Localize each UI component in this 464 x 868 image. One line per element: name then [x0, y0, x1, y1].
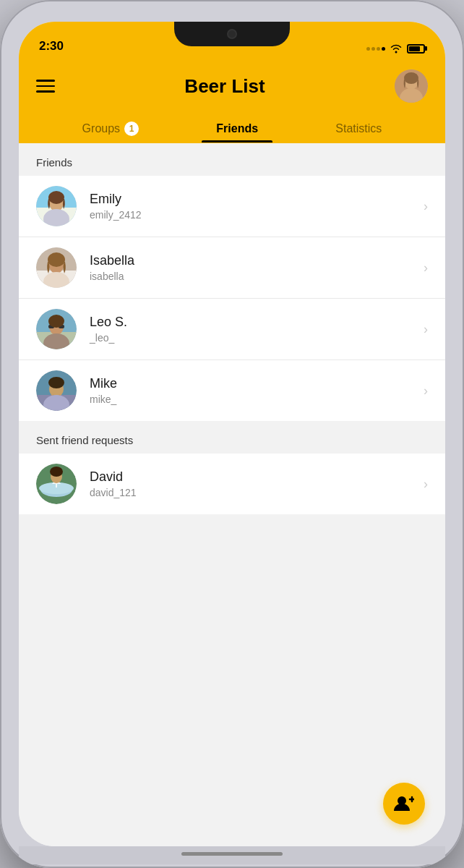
status-icons: [366, 43, 425, 54]
chevron-right-icon: ›: [424, 322, 428, 337]
hamburger-line-2: [36, 85, 55, 88]
friend-username: mike_: [90, 393, 424, 405]
isabella-avatar-img: [36, 247, 77, 288]
friend-username: isabella: [90, 271, 424, 282]
david-avatar-img: [36, 464, 77, 504]
svg-rect-36: [56, 484, 57, 488]
list-item[interactable]: Leo S. _leo_ ›: [19, 299, 445, 360]
tab-bar: Groups 1 Friends Statistics: [36, 114, 428, 143]
notch: [174, 22, 290, 46]
sent-requests-list: David david_121 ›: [19, 454, 445, 514]
phone-screen: 2:30: [19, 22, 445, 846]
friend-name: Leo S.: [90, 315, 424, 330]
status-time: 2:30: [39, 39, 64, 54]
svg-point-9: [48, 191, 64, 204]
app-header: Beer List: [19, 59, 445, 143]
friend-info: Mike mike_: [90, 376, 424, 405]
bottom-spacer: [19, 514, 445, 579]
app-title: Beer List: [184, 75, 265, 98]
user-avatar[interactable]: [395, 69, 428, 103]
tab-statistics-label: Statistics: [335, 122, 382, 135]
emily-avatar-img: [36, 186, 77, 226]
profile-avatar-img: [395, 69, 428, 103]
sent-requests-section-header: Sent friend requests: [19, 421, 445, 454]
avatar: [36, 309, 77, 349]
friend-username: emily_2412: [90, 209, 424, 221]
list-item[interactable]: Emily emily_2412 ›: [19, 176, 445, 237]
tab-friends-label: Friends: [216, 122, 258, 135]
tab-friends[interactable]: Friends: [202, 115, 272, 142]
friend-name: Isabella: [90, 253, 424, 268]
tab-groups[interactable]: Groups 1: [68, 114, 153, 143]
hamburger-menu-button[interactable]: [36, 80, 55, 93]
friends-section-header: Friends: [19, 143, 445, 176]
svg-point-4: [404, 72, 418, 84]
friends-list: Emily emily_2412 ›: [19, 176, 445, 421]
wifi-icon: [390, 43, 403, 54]
chevron-right-icon: ›: [424, 383, 428, 399]
avatar: [36, 247, 77, 288]
tab-statistics[interactable]: Statistics: [321, 115, 396, 142]
chevron-right-icon: ›: [424, 477, 428, 492]
signal-icon: [366, 47, 385, 51]
friend-info: Isabella isabella: [90, 253, 424, 282]
friend-name: Mike: [90, 376, 424, 391]
leo-avatar-img: [36, 309, 77, 349]
avatar: [36, 464, 77, 504]
front-camera: [227, 29, 237, 39]
friend-info: Emily emily_2412: [90, 192, 424, 221]
svg-point-15: [48, 252, 65, 267]
list-item[interactable]: Mike mike_ ›: [19, 360, 445, 421]
home-indicator-area: [19, 846, 445, 864]
phone-frame: 2:30: [0, 0, 464, 868]
chevron-right-icon: ›: [424, 260, 428, 276]
friend-info: Leo S. _leo_: [90, 315, 424, 344]
battery-icon: [407, 44, 425, 54]
friend-username: _leo_: [90, 332, 424, 344]
add-person-icon: [394, 795, 414, 812]
friend-info: David david_121: [90, 469, 424, 498]
friend-name: Emily: [90, 192, 424, 207]
avatar: [36, 370, 77, 411]
list-item[interactable]: Isabella isabella ›: [19, 237, 445, 299]
hamburger-line-3: [36, 90, 55, 93]
mike-avatar-img: [36, 370, 77, 411]
hamburger-line-1: [36, 80, 55, 82]
friend-username: david_121: [90, 487, 424, 498]
content-area: Friends: [19, 143, 445, 846]
tab-groups-label: Groups: [82, 122, 120, 135]
svg-point-24: [48, 315, 64, 328]
svg-point-38: [50, 467, 63, 477]
friend-name: David: [90, 469, 424, 485]
home-bar[interactable]: [181, 852, 283, 856]
add-friend-button[interactable]: [383, 783, 425, 825]
avatar: [36, 186, 77, 226]
groups-badge: 1: [124, 122, 139, 136]
svg-point-30: [48, 377, 64, 388]
list-item[interactable]: David david_121 ›: [19, 454, 445, 514]
chevron-right-icon: ›: [424, 199, 428, 214]
